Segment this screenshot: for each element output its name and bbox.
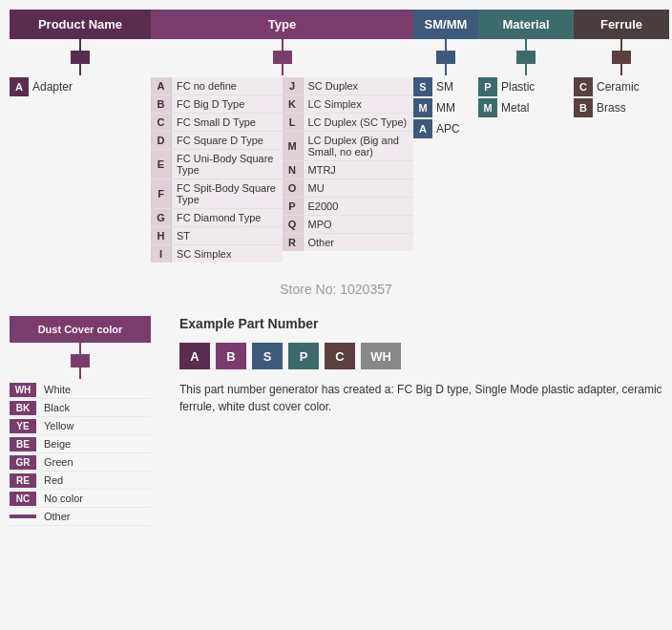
smmm-vline-top (445, 39, 447, 51)
top-section: Product Name A Adapter Type AFC no defin… (10, 10, 662, 262)
type-row: JSC Duplex (283, 77, 414, 95)
part-badge: WH (361, 343, 401, 369)
ferrule-label: Ceramic (597, 80, 640, 94)
type-letter: C (151, 114, 172, 131)
dust-row: WHWhite (10, 381, 151, 399)
smmm-label: SM (436, 80, 453, 94)
smmm-label: APC (436, 122, 460, 136)
type-label: FC Square D Type (172, 132, 283, 149)
type-letter: K (283, 95, 304, 113)
type-label: FC Big D Type (172, 95, 283, 113)
type-letter: G (151, 209, 172, 226)
dust-label: Other (40, 509, 74, 524)
dust-header: Dust Cover color (10, 316, 151, 343)
part-badge: S (252, 343, 283, 369)
material-row: MMetal (478, 98, 574, 117)
dust-row: RERed (10, 472, 151, 490)
col-smmm: SM/MM SSMMMMAAPC (413, 10, 478, 262)
dust-row: GRGreen (10, 453, 151, 472)
type-label: ST (172, 227, 283, 244)
dust-sq (71, 354, 90, 368)
type-letter: Q (283, 216, 304, 233)
store-number: Store No: 1020357 (10, 282, 662, 297)
type-letter: H (151, 227, 172, 244)
material-vline-top (525, 39, 527, 51)
type-table: AFC no defineBFC Big D TypeCFC Small D T… (151, 77, 413, 262)
type-letter: B (151, 95, 172, 113)
type-label: LC Simplex (304, 95, 414, 113)
part-badge: C (325, 343, 355, 369)
dust-vline-top (79, 343, 81, 354)
dust-label: Red (40, 472, 67, 488)
material-vline-bot (525, 64, 527, 75)
type-letter: F (151, 179, 172, 208)
dust-code: BE (10, 437, 36, 452)
material-row: PPlastic (478, 77, 574, 96)
material-label: Plastic (501, 80, 535, 94)
type-letter: J (283, 77, 304, 94)
type-row: LLC Duplex (SC Type) (283, 114, 414, 132)
smmm-row: MMM (413, 98, 478, 117)
type-row: DFC Square D Type (151, 132, 283, 150)
type-row: PE2000 (283, 198, 414, 216)
example-desc: This part number generator has created a… (179, 381, 662, 415)
ferrule-row: CCeramic (574, 77, 669, 96)
ferrule-vline-bot (620, 64, 622, 75)
type-label: SC Simplex (172, 245, 283, 262)
type-label: FC no define (172, 77, 283, 94)
product-letter: A (10, 77, 29, 96)
type-row: AFC no define (151, 77, 283, 95)
type-col-right: JSC DuplexKLC SimplexLLC Duplex (SC Type… (283, 77, 414, 262)
ferrule-label: Brass (597, 101, 626, 115)
part-badge: P (288, 343, 319, 369)
type-letter: E (151, 150, 172, 178)
dust-row: Other (10, 508, 151, 526)
type-label: SC Duplex (304, 77, 414, 94)
type-letter: L (283, 114, 304, 131)
material-label: Metal (501, 101, 529, 115)
type-label: LC Duplex (Big and Small, no ear) (304, 132, 414, 160)
type-row: QMPO (283, 216, 414, 234)
type-letter: D (151, 132, 172, 149)
type-col-left: AFC no defineBFC Big D TypeCFC Small D T… (151, 77, 283, 262)
product-vline-top (79, 39, 81, 51)
type-label: MPO (304, 216, 414, 233)
type-letter: N (283, 161, 304, 178)
ferrule-letter: C (574, 77, 593, 96)
product-connector (10, 39, 151, 75)
col-example: Example Part Number ABSPCWH This part nu… (179, 316, 662, 526)
type-row: MLC Duplex (Big and Small, no ear) (283, 132, 414, 161)
type-row: HST (151, 227, 283, 245)
ferrule-row: BBrass (574, 98, 669, 117)
ferrule-header: Ferrule (574, 10, 669, 39)
type-row: BFC Big D Type (151, 95, 283, 114)
product-name-header: Product Name (10, 10, 151, 39)
type-label: FC Small D Type (172, 114, 283, 131)
type-label: Other (304, 234, 414, 251)
type-letter: R (283, 234, 304, 251)
material-sq (516, 51, 536, 64)
dust-label: Yellow (40, 418, 77, 433)
dust-code (10, 514, 36, 518)
product-entry: A Adapter (10, 77, 151, 96)
type-vline-top (282, 39, 284, 51)
ferrule-vline-top (620, 39, 622, 51)
dust-code: YE (10, 419, 36, 433)
example-title: Example Part Number (179, 316, 662, 331)
type-letter: O (283, 179, 304, 197)
type-row: NMTRJ (283, 161, 414, 179)
material-letter: P (478, 77, 497, 96)
type-letter: A (151, 77, 172, 94)
type-row: ISC Simplex (151, 245, 283, 262)
part-badge: B (216, 343, 246, 369)
dust-entries: WHWhiteBKBlackYEYellowBEBeigeGRGreenRERe… (10, 381, 151, 526)
dust-row: BEBeige (10, 435, 151, 453)
col-product-name: Product Name A Adapter (10, 10, 151, 262)
type-row: OMU (283, 179, 414, 198)
smmm-label: MM (436, 101, 455, 115)
type-connector (151, 39, 413, 75)
type-row: ROther (283, 234, 414, 251)
type-label: FC Uni-Body Square Type (172, 150, 283, 178)
part-badges: ABSPCWH (179, 343, 662, 369)
type-letter: M (283, 132, 304, 160)
